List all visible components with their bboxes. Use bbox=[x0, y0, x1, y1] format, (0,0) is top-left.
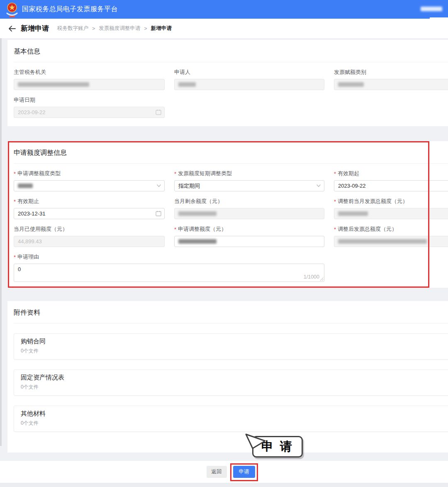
field-reason: *申请理由 0 1/1000 bbox=[14, 254, 324, 282]
breadcrumb-separator: > bbox=[92, 26, 95, 32]
required-marker: * bbox=[174, 226, 176, 232]
quota-category-input bbox=[334, 79, 448, 90]
before-total-input bbox=[334, 208, 448, 219]
valid-from-input[interactable] bbox=[334, 180, 448, 191]
field-label: 主管税务机关 bbox=[14, 69, 46, 76]
field-month-remaining: 当月剩余额度（元） bbox=[174, 198, 324, 219]
breadcrumb: 税务数字账户 > 发票额度调整申请 > 新增申请 bbox=[57, 25, 172, 32]
field-label: 调整后发票总额度（元） bbox=[338, 225, 397, 233]
chevron-down-icon bbox=[157, 184, 161, 187]
attachment-count: 0个文件 bbox=[21, 348, 448, 355]
field-label: 有效期起 bbox=[338, 170, 359, 177]
section-title-adjust: 申请额度调整信息 bbox=[14, 149, 448, 157]
field-label: 发票额度短期调整类型 bbox=[178, 170, 232, 177]
adjust-type-select[interactable] bbox=[14, 180, 165, 191]
action-bar: 返回 申请 bbox=[0, 461, 448, 483]
required-marker: * bbox=[334, 226, 336, 232]
section-gap bbox=[0, 453, 448, 461]
user-account[interactable] bbox=[421, 7, 442, 11]
field-after-total: *调整后发票总额度（元） bbox=[334, 226, 448, 247]
field-short-term-type: *发票额度短期调整类型 指定期间 bbox=[174, 170, 324, 191]
required-marker: * bbox=[14, 254, 16, 260]
applicant-input bbox=[174, 79, 324, 90]
section-title-basic: 基本信息 bbox=[14, 47, 448, 56]
field-tax-authority: 主管税务机关 bbox=[14, 69, 165, 90]
app-footer: 版权所有：国家税务总局 服务电话：12366 bbox=[0, 483, 448, 487]
field-apply-amount: *申请调整额度（元） bbox=[174, 226, 324, 247]
field-before-total: *调整前当月发票总额度（元） bbox=[334, 198, 448, 219]
after-total-input bbox=[334, 236, 448, 247]
page-title: 新增申请 bbox=[21, 24, 49, 33]
month-used-input bbox=[14, 236, 165, 247]
field-label: 申请调整额度（元） bbox=[178, 225, 226, 233]
attachment-name: 固定资产情况表 bbox=[21, 374, 448, 382]
redacted-value bbox=[338, 82, 364, 87]
resize-handle-icon[interactable] bbox=[320, 277, 324, 281]
chevron-down-icon bbox=[317, 184, 321, 187]
active-nav-indicator bbox=[430, 17, 448, 19]
attachment-name: 其他材料 bbox=[21, 410, 448, 418]
field-applicant: 申请人 bbox=[174, 69, 324, 90]
field-adjust-type: *申请调整额度类型 bbox=[14, 170, 165, 191]
field-label: 发票赋额类别 bbox=[334, 69, 366, 76]
national-emblem-icon bbox=[6, 2, 18, 18]
back-button[interactable] bbox=[7, 24, 17, 33]
apply-date-input bbox=[14, 107, 165, 118]
required-marker: * bbox=[174, 171, 176, 177]
section-title-attachments: 附件资料 bbox=[14, 308, 448, 317]
field-label: 申请理由 bbox=[17, 253, 39, 261]
field-label: 当月剩余额度（元） bbox=[174, 198, 223, 205]
back-button-bottom[interactable]: 返回 bbox=[207, 466, 227, 478]
field-quota-category: 发票赋额类别 bbox=[334, 69, 448, 90]
char-counter: 1/1000 bbox=[304, 274, 319, 280]
attachment-count: 0个文件 bbox=[21, 420, 448, 427]
breadcrumb-item[interactable]: 发票额度调整申请 bbox=[99, 25, 140, 32]
basic-info-section: 基本信息 主管税务机关 申请人 发票赋额类别 申请日期 bbox=[7, 40, 448, 126]
platform-title: 国家税务总局电子发票服务平台 bbox=[22, 5, 118, 14]
month-remaining-input bbox=[174, 208, 324, 219]
breadcrumb-item[interactable]: 税务数字账户 bbox=[57, 25, 88, 32]
field-valid-from: *有效期起 bbox=[334, 170, 448, 191]
attachment-item-contract[interactable]: 购销合同 0个文件 bbox=[14, 333, 448, 360]
attachment-item-other[interactable]: 其他材料 0个文件 bbox=[14, 406, 448, 432]
field-month-used: 当月已使用额度（元） bbox=[14, 226, 165, 247]
attachments-section: 附件资料 购销合同 0个文件 固定资产情况表 0个文件 其他材料 0个文件 bbox=[7, 301, 448, 453]
back-arrow-icon bbox=[8, 25, 16, 32]
required-marker: * bbox=[14, 171, 16, 177]
select-value: 指定期间 bbox=[178, 182, 200, 190]
redacted-value bbox=[178, 82, 196, 87]
redacted-value bbox=[178, 211, 217, 216]
field-label: 调整前当月发票总额度（元） bbox=[338, 198, 408, 205]
attachment-count: 0个文件 bbox=[21, 384, 448, 391]
redacted-value bbox=[338, 211, 368, 216]
required-marker: * bbox=[334, 171, 336, 177]
app-header: 国家税务总局电子发票服务平台 bbox=[0, 0, 448, 19]
redacted-value bbox=[18, 184, 33, 188]
callout-tail bbox=[244, 433, 266, 450]
divider bbox=[14, 323, 448, 323]
divider bbox=[14, 62, 448, 62]
field-label: 申请人 bbox=[174, 69, 190, 76]
attachment-item-fixed-assets[interactable]: 固定资产情况表 0个文件 bbox=[14, 370, 448, 396]
field-label: 申请调整额度类型 bbox=[17, 170, 61, 177]
valid-to-input[interactable] bbox=[14, 208, 165, 219]
attachment-name: 购销合同 bbox=[21, 338, 448, 345]
required-marker: * bbox=[334, 198, 336, 205]
short-term-type-select[interactable]: 指定期间 bbox=[174, 180, 324, 191]
quota-adjust-section: 申请额度调整信息 *申请调整额度类型 *发票额度短期调整类型 指定期间 *有效期… bbox=[7, 141, 448, 288]
redacted-value bbox=[338, 239, 427, 244]
field-label: 申请日期 bbox=[14, 96, 35, 104]
redacted-value bbox=[178, 239, 217, 244]
redacted-value bbox=[18, 82, 89, 87]
field-label: 有效期止 bbox=[17, 198, 39, 205]
page-left-edge bbox=[0, 38, 2, 446]
field-apply-date: 申请日期 bbox=[14, 97, 165, 118]
reason-textarea[interactable]: 0 bbox=[14, 264, 324, 282]
page-title-bar: 新增申请 税务数字账户 > 发票额度调整申请 > 新增申请 bbox=[0, 19, 448, 38]
apply-amount-input[interactable] bbox=[174, 236, 324, 247]
divider bbox=[14, 163, 448, 164]
apply-button[interactable]: 申请 bbox=[233, 466, 255, 478]
required-marker: * bbox=[14, 198, 16, 205]
breadcrumb-current: 新增申请 bbox=[151, 25, 172, 32]
tax-authority-input bbox=[14, 79, 165, 90]
